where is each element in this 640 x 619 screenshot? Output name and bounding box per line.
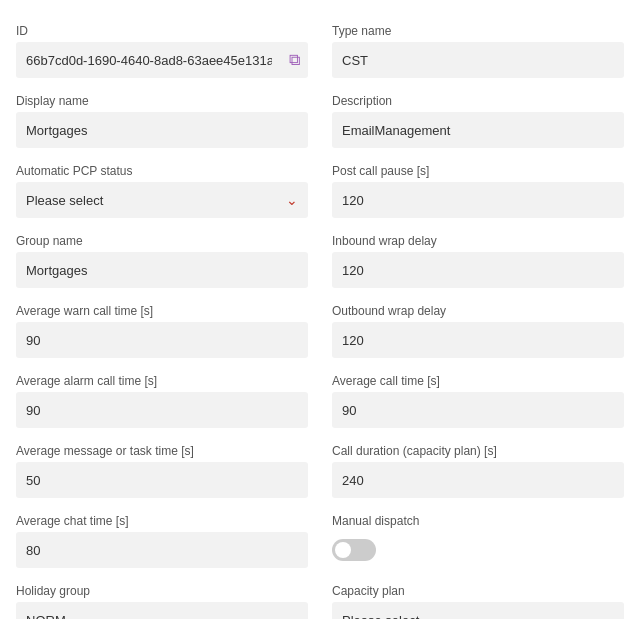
auto-pcp-label: Automatic PCP status: [16, 164, 308, 178]
avg-call-label: Average call time [s]: [332, 374, 624, 388]
post-call-pause-field-group: Post call pause [s]: [320, 156, 624, 226]
outbound-wrap-input[interactable]: [332, 322, 624, 358]
holiday-group-field-group: Holiday group NORM ⌄: [16, 576, 320, 619]
avg-alarm-input[interactable]: [16, 392, 308, 428]
group-name-field-group: Group name: [16, 226, 320, 296]
avg-msg-field-group: Average message or task time [s]: [16, 436, 320, 506]
description-field-group: Description: [320, 86, 624, 156]
auto-pcp-select-wrapper: Please select ⌄: [16, 182, 308, 218]
description-label: Description: [332, 94, 624, 108]
inbound-wrap-input[interactable]: [332, 252, 624, 288]
inbound-wrap-label: Inbound wrap delay: [332, 234, 624, 248]
manual-dispatch-label: Manual dispatch: [332, 514, 624, 528]
type-name-label: Type name: [332, 24, 624, 38]
auto-pcp-field-group: Automatic PCP status Please select ⌄: [16, 156, 320, 226]
id-input-wrapper: ⧉: [16, 42, 308, 78]
avg-call-field-group: Average call time [s]: [320, 366, 624, 436]
id-label: ID: [16, 24, 308, 38]
avg-chat-input[interactable]: [16, 532, 308, 568]
holiday-group-select[interactable]: NORM: [16, 602, 308, 619]
group-name-label: Group name: [16, 234, 308, 248]
capacity-plan-select-wrapper: Please select ⌄: [332, 602, 624, 619]
avg-chat-field-group: Average chat time [s]: [16, 506, 320, 576]
auto-pcp-select[interactable]: Please select: [16, 182, 308, 218]
holiday-group-select-wrapper: NORM ⌄: [16, 602, 308, 619]
display-name-label: Display name: [16, 94, 308, 108]
manual-dispatch-toggle[interactable]: [332, 539, 376, 561]
capacity-plan-select[interactable]: Please select: [332, 602, 624, 619]
display-name-field-group: Display name: [16, 86, 320, 156]
outbound-wrap-field-group: Outbound wrap delay: [320, 296, 624, 366]
type-name-input[interactable]: [332, 42, 624, 78]
id-field-group: ID ⧉: [16, 16, 320, 86]
call-duration-field-group: Call duration (capacity plan) [s]: [320, 436, 624, 506]
type-name-field-group: Type name: [320, 16, 624, 86]
capacity-plan-field-group: Capacity plan Please select ⌄: [320, 576, 624, 619]
group-name-input[interactable]: [16, 252, 308, 288]
avg-alarm-label: Average alarm call time [s]: [16, 374, 308, 388]
holiday-group-label: Holiday group: [16, 584, 308, 598]
avg-warn-field-group: Average warn call time [s]: [16, 296, 320, 366]
post-call-pause-label: Post call pause [s]: [332, 164, 624, 178]
call-duration-input[interactable]: [332, 462, 624, 498]
display-name-input[interactable]: [16, 112, 308, 148]
post-call-pause-input[interactable]: [332, 182, 624, 218]
outbound-wrap-label: Outbound wrap delay: [332, 304, 624, 318]
id-input[interactable]: [16, 42, 308, 78]
capacity-plan-label: Capacity plan: [332, 584, 624, 598]
avg-warn-label: Average warn call time [s]: [16, 304, 308, 318]
avg-warn-input[interactable]: [16, 322, 308, 358]
avg-call-input[interactable]: [332, 392, 624, 428]
avg-msg-label: Average message or task time [s]: [16, 444, 308, 458]
description-input[interactable]: [332, 112, 624, 148]
inbound-wrap-field-group: Inbound wrap delay: [320, 226, 624, 296]
avg-msg-input[interactable]: [16, 462, 308, 498]
toggle-slider: [332, 539, 376, 561]
avg-alarm-field-group: Average alarm call time [s]: [16, 366, 320, 436]
manual-dispatch-toggle-wrapper: [332, 532, 624, 568]
avg-chat-label: Average chat time [s]: [16, 514, 308, 528]
manual-dispatch-field-group: Manual dispatch: [320, 506, 624, 576]
call-duration-label: Call duration (capacity plan) [s]: [332, 444, 624, 458]
copy-icon[interactable]: ⧉: [289, 51, 300, 69]
